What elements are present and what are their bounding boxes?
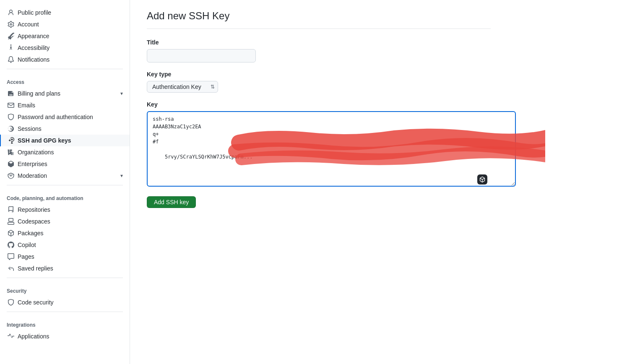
sidebar-divider-4 bbox=[7, 312, 123, 312]
sidebar-item-account[interactable]: Account bbox=[0, 18, 130, 30]
sidebar-item-accessibility[interactable]: Accessibility bbox=[0, 42, 130, 54]
sidebar-label-code-security: Code security bbox=[18, 299, 54, 306]
chevron-down-icon: ▾ bbox=[120, 91, 123, 96]
sidebar-item-codespaces[interactable]: Codespaces bbox=[0, 216, 130, 227]
sidebar-label-organizations: Organizations bbox=[18, 149, 54, 156]
sidebar-item-password-auth[interactable]: Password and authentication bbox=[0, 111, 130, 123]
sidebar-label-ssh-gpg: SSH and GPG keys bbox=[18, 137, 71, 144]
sidebar-label-repositories: Repositories bbox=[18, 206, 50, 213]
sidebar-label-copilot: Copilot bbox=[18, 242, 36, 248]
key-label: Key bbox=[147, 101, 491, 108]
sidebar-label-password-auth: Password and authentication bbox=[18, 114, 93, 120]
sidebar-item-saved-replies[interactable]: Saved replies bbox=[0, 263, 130, 274]
sidebar-section-security: Security bbox=[0, 281, 130, 296]
key-type-select[interactable]: Authentication Key Signing Key bbox=[147, 81, 218, 93]
add-ssh-key-button[interactable]: Add SSH key bbox=[147, 196, 196, 208]
sidebar-item-moderation[interactable]: Moderation ▾ bbox=[0, 170, 130, 182]
sidebar-divider-3 bbox=[7, 278, 123, 278]
sidebar: Public profile Account Appearance Access… bbox=[0, 0, 130, 364]
sidebar-item-appearance[interactable]: Appearance bbox=[0, 30, 130, 42]
bell-icon bbox=[8, 56, 14, 63]
moderation-icon bbox=[8, 172, 14, 179]
main-content: Add new SSH Key Title Key type Authentic… bbox=[130, 0, 507, 364]
sidebar-label-emails: Emails bbox=[18, 102, 35, 109]
sidebar-label-account: Account bbox=[18, 21, 39, 28]
sidebar-section-integrations: Integrations bbox=[0, 315, 130, 330]
sidebar-item-sessions[interactable]: Sessions bbox=[0, 123, 130, 135]
sidebar-label-appearance: Appearance bbox=[18, 33, 49, 39]
billing-icon bbox=[8, 90, 14, 97]
sidebar-label-sessions: Sessions bbox=[18, 125, 42, 132]
repo-icon bbox=[8, 206, 14, 213]
code-security-icon bbox=[8, 299, 14, 306]
title-input[interactable] bbox=[147, 49, 256, 62]
sidebar-label-moderation: Moderation bbox=[18, 172, 47, 179]
sidebar-item-packages[interactable]: Packages bbox=[0, 227, 130, 239]
sidebar-item-public-profile[interactable]: Public profile bbox=[0, 7, 130, 18]
chevron-down-icon-moderation: ▾ bbox=[120, 173, 123, 179]
copilot-icon bbox=[8, 242, 14, 248]
key-type-label: Key type bbox=[147, 71, 491, 78]
sidebar-section-code: Code, planning, and automation bbox=[0, 189, 130, 204]
title-label: Title bbox=[147, 39, 491, 46]
sidebar-label-public-profile: Public profile bbox=[18, 9, 51, 16]
sidebar-divider-1 bbox=[7, 69, 123, 69]
package-icon bbox=[8, 230, 14, 237]
sidebar-label-billing: Billing and plans bbox=[18, 90, 60, 97]
sessions-icon bbox=[8, 125, 14, 132]
sidebar-label-codespaces: Codespaces bbox=[18, 218, 50, 225]
sidebar-item-enterprises[interactable]: Enterprises bbox=[0, 158, 130, 170]
sidebar-item-organizations[interactable]: Organizations bbox=[0, 146, 130, 158]
accessibility-icon bbox=[8, 44, 14, 51]
key-icon-badge bbox=[477, 174, 487, 185]
applications-icon bbox=[8, 333, 14, 340]
paintbrush-icon bbox=[8, 33, 14, 39]
sidebar-label-accessibility: Accessibility bbox=[18, 44, 49, 51]
page-title: Add new SSH Key bbox=[147, 10, 491, 22]
sidebar-label-notifications: Notifications bbox=[18, 56, 49, 63]
pages-icon bbox=[8, 253, 14, 260]
codespaces-icon bbox=[8, 218, 14, 225]
sidebar-item-applications[interactable]: Applications bbox=[0, 330, 130, 342]
sidebar-item-ssh-gpg[interactable]: SSH and GPG keys bbox=[0, 135, 130, 146]
sidebar-divider-2 bbox=[7, 185, 123, 185]
sidebar-item-code-security[interactable]: Code security bbox=[0, 296, 130, 308]
gear-icon bbox=[8, 21, 14, 28]
key-type-form-group: Key type Authentication Key Signing Key bbox=[147, 71, 491, 93]
sidebar-label-enterprises: Enterprises bbox=[18, 161, 47, 167]
sidebar-label-packages: Packages bbox=[18, 230, 43, 237]
submit-container: Add SSH key bbox=[147, 196, 491, 208]
key-textarea-container: ssh-rsa AAAAB3NzaC1yc2EA q+ #f 5rvy/SCra… bbox=[147, 111, 491, 188]
key-icon bbox=[8, 137, 14, 144]
reply-icon bbox=[8, 265, 14, 272]
sidebar-item-billing[interactable]: Billing and plans ▾ bbox=[0, 88, 130, 99]
sidebar-item-copilot[interactable]: Copilot bbox=[0, 239, 130, 251]
title-form-group: Title bbox=[147, 39, 491, 62]
sidebar-item-pages[interactable]: Pages bbox=[0, 251, 130, 263]
sidebar-section-access: Access bbox=[0, 73, 130, 88]
key-type-select-wrapper: Authentication Key Signing Key bbox=[147, 81, 218, 93]
email-icon bbox=[8, 102, 14, 109]
key-form-group: Key ssh-rsa AAAAB3NzaC1yc2EA q+ #f 5rvy/… bbox=[147, 101, 491, 188]
sidebar-label-pages: Pages bbox=[18, 253, 34, 260]
sidebar-label-saved-replies: Saved replies bbox=[18, 265, 53, 272]
sidebar-label-applications: Applications bbox=[18, 333, 49, 340]
shield-icon bbox=[8, 114, 14, 120]
sidebar-item-repositories[interactable]: Repositories bbox=[0, 204, 130, 216]
key-textarea[interactable]: ssh-rsa AAAAB3NzaC1yc2EA q+ #f 5rvy/SCra… bbox=[147, 111, 516, 187]
sidebar-item-notifications[interactable]: Notifications bbox=[0, 54, 130, 65]
organizations-icon bbox=[8, 149, 14, 156]
sidebar-item-emails[interactable]: Emails bbox=[0, 99, 130, 111]
form-divider bbox=[147, 29, 491, 29]
enterprises-icon bbox=[8, 161, 14, 167]
person-icon bbox=[8, 9, 14, 16]
